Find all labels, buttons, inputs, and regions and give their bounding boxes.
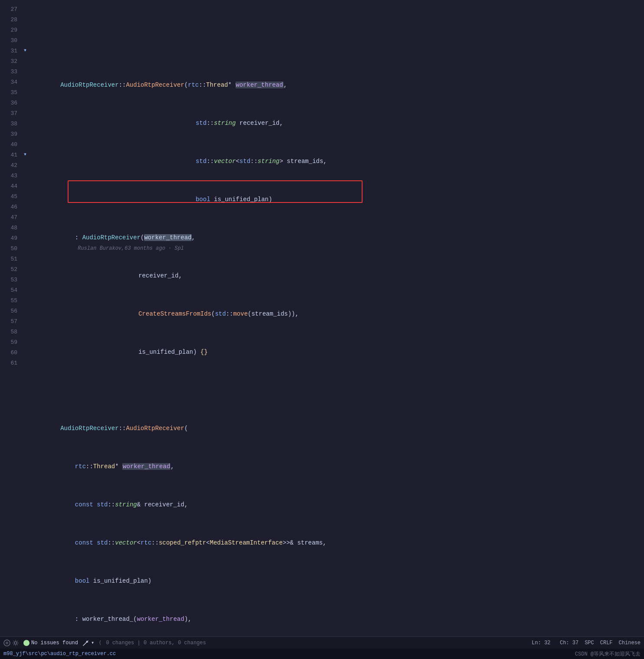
divider: ⟨ [98,639,101,646]
code-line-30: std::vector<std::string> stream_ids, [31,146,644,156]
status-bar-right: Ln: 32 Ch: 37 SPC CRLF Chinese [532,640,641,646]
brand-text: CSDN @等风来不如迎风飞去 [575,650,641,658]
editor-container: 27 28 29 30 31 32 33 34 35 36 37 38 39 4… [0,0,644,659]
eol-label: CRLF [600,640,613,646]
wand-icon-group[interactable]: ▾ [82,639,94,646]
settings-icon [12,639,19,646]
line-col-label: Ln: 32 Ch: 37 [532,640,579,646]
status-bar-left: No issues found ▾ ⟨ 0 changes | 0 author… [3,639,526,646]
code-line-35: is_unified_plan) {} [31,336,644,347]
code-line-37: AudioRtpReceiver::AudioRtpReceiver( [31,413,644,423]
filepath-bar: m98_yjf\src\pc\audio_rtp_receiver.cc CSD… [0,649,644,659]
code-line-32: : AudioRtpReceiver(worker_thread, Ruslan… [31,222,644,232]
code-content: AudioRtpReceiver::AudioRtpReceiver(rtc::… [29,3,644,636]
status-icons [3,639,19,646]
code-line-28: AudioRtpReceiver::AudioRtpReceiver(rtc::… [31,69,644,80]
no-issues-label: No issues found [31,640,78,646]
wand-dropdown-arrow: ▾ [91,639,94,646]
filepath-text: m98_yjf\src\pc\audio_rtp_receiver.cc [3,651,116,657]
code-line-27 [31,31,644,42]
lang-label: Chinese [619,640,641,646]
git-gutter: ▾ ▾ [21,3,29,636]
svg-point-1 [14,642,17,644]
code-line-41: bool is_unified_plan) [31,565,644,576]
changes-label: 0 changes | 0 authors, 0 changes [106,640,206,646]
code-line-42: : worker_thread_(worker_thread), [31,604,644,614]
encoding-label: SPC [585,640,594,646]
code-line-31: bool is_unified_plan) [31,184,644,194]
code-line-29: std::string receiver_id, [31,108,644,118]
status-bar: No issues found ▾ ⟨ 0 changes | 0 author… [0,636,644,649]
wand-icon [82,639,89,646]
no-issues-indicator: No issues found [23,640,78,646]
bug-icon [3,639,10,646]
code-line-40: const std::vector<rtc::scoped_refptr<Med… [31,527,644,538]
code-line-34: CreateStreamsFromIds(std::move(stream_id… [31,298,644,309]
line-numbers: 27 28 29 30 31 32 33 34 35 36 37 38 39 4… [0,3,21,636]
code-line-38: rtc::Thread* worker_thread, [31,451,644,461]
code-area: 27 28 29 30 31 32 33 34 35 36 37 38 39 4… [0,0,644,636]
code-line-39: const std::string& receiver_id, [31,489,644,499]
code-line-36 [31,375,644,385]
code-line-33: receiver_id, [31,260,644,271]
green-dot [23,640,29,646]
